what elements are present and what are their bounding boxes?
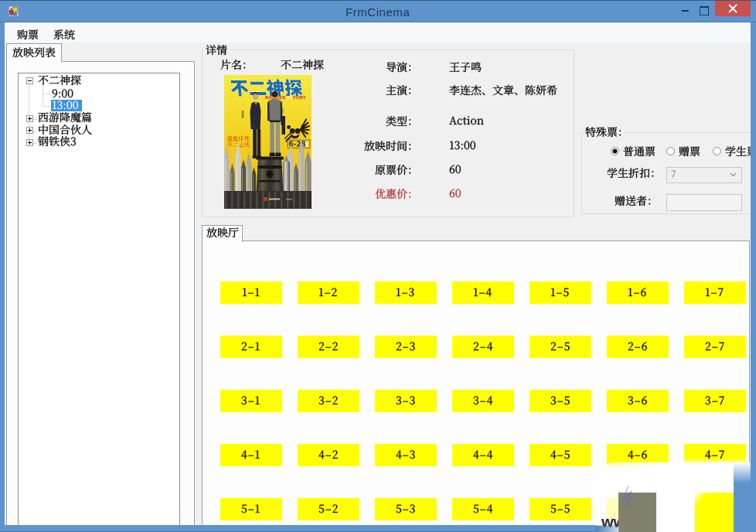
svg-text:BADGES OF FURY: BADGES OF FURY <box>265 94 307 100</box>
